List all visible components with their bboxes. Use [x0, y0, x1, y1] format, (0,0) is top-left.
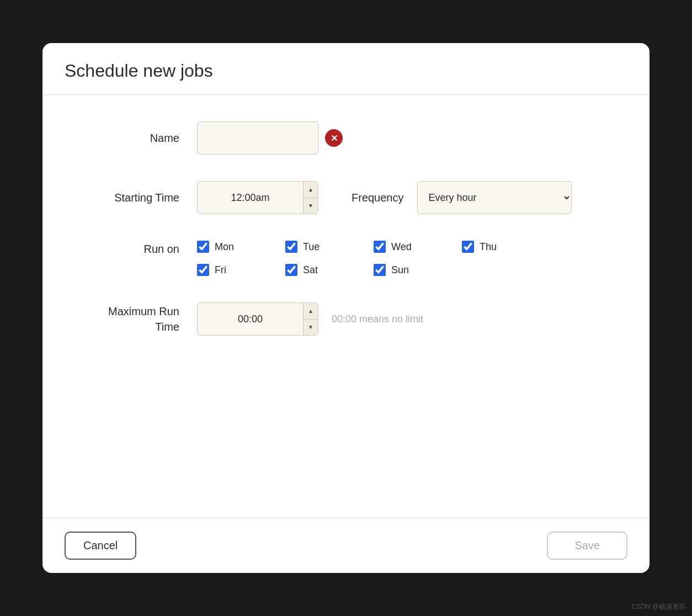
run-on-row: Run on Mon Tue Wed Thu [87, 241, 605, 276]
max-run-time-label: Maximum RunTime [87, 304, 197, 334]
max-run-time-input[interactable]: 00:00 ▲ ▼ [197, 302, 318, 336]
max-run-time-down-btn[interactable]: ▼ [304, 319, 318, 336]
day-item-sun: Sun [374, 264, 462, 276]
error-icon[interactable] [325, 129, 343, 147]
max-run-time-hint: 00:00 means no limit [332, 314, 423, 325]
day-label-wed: Wed [391, 241, 412, 253]
day-checkbox-tue[interactable] [285, 241, 297, 253]
day-checkbox-fri[interactable] [197, 264, 209, 276]
max-run-time-spinner: ▲ ▼ [303, 303, 318, 335]
starting-time-spinner: ▲ ▼ [303, 182, 318, 214]
max-run-time-up-btn[interactable]: ▲ [304, 303, 318, 319]
cancel-button[interactable]: Cancel [65, 532, 136, 560]
day-label-mon: Mon [215, 241, 234, 253]
frequency-label: Frequency [352, 192, 404, 204]
day-checkbox-sun[interactable] [374, 264, 386, 276]
day-label-thu: Thu [480, 241, 497, 253]
max-run-time-row: Maximum RunTime 00:00 ▲ ▼ 00:00 means no… [87, 302, 605, 336]
starting-time-down-btn[interactable]: ▼ [304, 198, 318, 214]
day-checkbox-sat[interactable] [285, 264, 297, 276]
day-item-mon: Mon [197, 241, 285, 253]
dialog-title: Schedule new jobs [65, 61, 627, 81]
starting-time-up-btn[interactable]: ▲ [304, 182, 318, 198]
frequency-select[interactable]: Every hour Every day Every week Every mo… [417, 181, 572, 214]
day-label-tue: Tue [303, 241, 320, 253]
name-input[interactable] [197, 121, 318, 155]
name-row: Name [87, 121, 605, 155]
starting-time-row: Starting Time 12:00am ▲ ▼ Frequency Ever… [87, 181, 605, 214]
day-checkbox-thu[interactable] [462, 241, 474, 253]
dialog-body: Name Starting Time 12:00am ▲ ▼ Frequency… [42, 95, 650, 518]
schedule-dialog: Schedule new jobs Name Starting Time 12:… [42, 43, 650, 573]
day-item-sat: Sat [285, 264, 374, 276]
day-checkbox-mon[interactable] [197, 241, 209, 253]
day-item-tue: Tue [285, 241, 374, 253]
starting-time-value: 12:00am [198, 192, 303, 204]
watermark: CSDN @杨浦老苏 [631, 602, 685, 612]
starting-time-input[interactable]: 12:00am ▲ ▼ [197, 181, 318, 214]
save-button[interactable]: Save [547, 532, 627, 560]
day-item-fri: Fri [197, 264, 285, 276]
frequency-group: Frequency Every hour Every day Every wee… [352, 181, 572, 214]
dialog-footer: Cancel Save [42, 518, 650, 573]
dialog-header: Schedule new jobs [42, 43, 650, 95]
day-label-fri: Fri [215, 264, 226, 276]
day-item-thu: Thu [462, 241, 550, 253]
day-item-wed: Wed [374, 241, 462, 253]
max-run-time-value: 00:00 [198, 314, 303, 325]
day-label-sat: Sat [303, 264, 318, 276]
starting-time-label: Starting Time [87, 192, 197, 204]
name-label: Name [87, 132, 197, 145]
day-label-sun: Sun [391, 264, 409, 276]
day-checkbox-wed[interactable] [374, 241, 386, 253]
run-on-label: Run on [87, 241, 197, 256]
days-grid: Mon Tue Wed Thu Fri [197, 241, 550, 276]
